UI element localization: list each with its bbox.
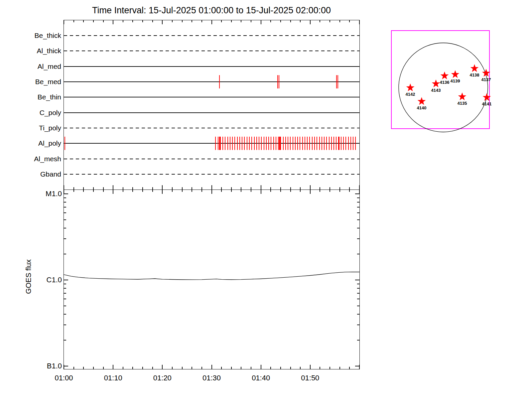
- time-label-01:00: 01:00: [47, 374, 80, 382]
- exposure-tick-Al_poly: [259, 137, 259, 150]
- time-axis-tick: [132, 20, 133, 22]
- filter-line-Be_thick: [64, 35, 359, 36]
- exposure-tick-Al_poly: [355, 137, 356, 150]
- time-axis-tick: [270, 20, 271, 22]
- time-axis-tick: [172, 187, 173, 190]
- time-axis-tick: [113, 20, 113, 24]
- time-axis-tick: [64, 185, 64, 190]
- time-axis-tick: [270, 187, 271, 190]
- time-axis-tick: [142, 187, 143, 190]
- time-axis-tick: [359, 185, 360, 190]
- time-axis-tick: [192, 187, 192, 190]
- exposure-tick-Al_poly: [247, 137, 247, 150]
- goes-flux-curve: [64, 272, 359, 280]
- exposure-tick-Al_poly: [307, 137, 308, 150]
- time-axis-tick: [261, 185, 261, 190]
- time-label-01:50: 01:50: [294, 374, 327, 382]
- active-region-star-4139: [451, 70, 460, 78]
- exposure-tick-Al_poly: [239, 137, 240, 150]
- exposure-tick-Al_poly: [319, 137, 320, 150]
- exposure-tick-Al_poly: [326, 137, 327, 150]
- exposure-tick-Al_poly: [237, 137, 238, 150]
- exposure-tick-Al_poly: [343, 137, 344, 150]
- goes-ytick-label-C1.0: C1.0: [30, 276, 62, 284]
- exposure-tick-Al_poly: [348, 137, 349, 150]
- time-axis-tick: [73, 187, 74, 190]
- time-axis-tick: [310, 20, 311, 24]
- time-axis-tick: [320, 187, 320, 190]
- filter-label-Gband: Gband: [13, 170, 61, 179]
- time-axis-tick: [172, 20, 173, 22]
- time-axis-tick: [113, 185, 113, 190]
- time-axis-tick: [132, 187, 133, 190]
- active-region-label-4136: 4136: [440, 80, 450, 85]
- filter-label-C_poly: C_poly: [13, 108, 61, 117]
- filter-line-Be_thin: [64, 97, 359, 97]
- time-axis-tick: [300, 187, 301, 190]
- exposure-tick-Al_poly: [65, 137, 65, 150]
- filter-line-Al_med: [64, 66, 359, 67]
- exposure-tick-Al_poly: [336, 137, 336, 150]
- time-axis-tick: [201, 187, 202, 190]
- active-region-star-4140: [418, 97, 426, 105]
- exposure-tick-Be_med: [219, 75, 220, 88]
- time-axis-tick: [221, 20, 222, 22]
- exposure-tick-Al_poly: [261, 137, 262, 150]
- active-region-star-4138: [470, 64, 479, 72]
- time-label-01:10: 01:10: [96, 374, 130, 382]
- exposure-tick-Al_poly: [254, 137, 255, 150]
- time-axis-tick: [162, 20, 163, 24]
- time-axis-tick: [192, 20, 192, 22]
- exposure-tick-Al_poly: [322, 137, 322, 150]
- filter-line-Gband: [64, 174, 359, 175]
- exposure-tick-Al_poly: [300, 137, 300, 150]
- exposure-tick-Al_poly: [278, 137, 279, 150]
- time-axis-tick: [330, 20, 330, 22]
- time-axis-tick: [211, 185, 212, 190]
- time-axis-tick: [211, 20, 212, 24]
- exposure-tick-Al_poly: [232, 137, 233, 150]
- exposure-tick-Al_poly: [280, 137, 281, 150]
- filter-label-Al_med: Al_med: [13, 62, 61, 71]
- exposure-tick-Al_poly: [345, 137, 346, 150]
- active-region-star-4142: [406, 83, 415, 91]
- exposure-tick-Al_poly: [333, 137, 334, 150]
- exposure-tick-Al_poly: [317, 137, 317, 150]
- exposure-tick-Al_poly: [285, 137, 286, 150]
- time-axis-tick: [349, 187, 350, 190]
- time-axis-tick: [152, 20, 153, 22]
- time-axis-tick: [103, 187, 104, 190]
- exposure-tick-Al_poly: [324, 137, 325, 150]
- goes-ytick-label-B1.0: B1.0: [30, 362, 62, 370]
- active-region-label-4143: 4143: [431, 88, 441, 93]
- time-axis-tick: [231, 187, 232, 190]
- filter-label-Al_mesh: Al_mesh: [13, 154, 61, 164]
- exposure-tick-Al_poly: [302, 137, 303, 150]
- filter-line-Al_thick: [64, 51, 359, 51]
- active-region-star-4135: [458, 92, 466, 100]
- active-region-label-4142: 4142: [406, 92, 415, 97]
- goes-flux-curve-layer: [64, 190, 359, 369]
- sun-chart: 414241434136413941384137414041354141: [391, 30, 495, 138]
- time-axis-tick: [339, 20, 340, 22]
- exposure-tick-Be_med: [279, 75, 279, 88]
- filter-line-Al_poly: [64, 143, 359, 144]
- active-region-label-4138: 4138: [470, 72, 479, 77]
- exposure-tick-Al_poly: [295, 137, 296, 150]
- time-axis-tick: [241, 20, 241, 22]
- time-label-01:30: 01:30: [195, 374, 228, 382]
- exposure-tick-Be_med: [337, 75, 338, 88]
- exposure-tick-Al_poly: [305, 137, 305, 150]
- exposure-tick-Al_poly: [283, 137, 284, 150]
- exposure-tick-Al_poly: [251, 137, 252, 150]
- exposure-tick-Al_poly: [225, 137, 225, 150]
- active-region-label-4140: 4140: [417, 105, 427, 110]
- exposure-tick-Al_poly: [234, 137, 235, 150]
- exposure-tick-Al_poly: [293, 137, 293, 150]
- exposure-tick-Al_poly: [329, 137, 330, 150]
- active-region-label-4137: 4137: [481, 77, 491, 82]
- filter-label-Be_thin: Be_thin: [13, 92, 61, 102]
- active-region-star-4136: [441, 71, 449, 79]
- exposure-tick-Al_poly: [314, 137, 315, 150]
- exposure-tick-Al_poly: [350, 137, 351, 150]
